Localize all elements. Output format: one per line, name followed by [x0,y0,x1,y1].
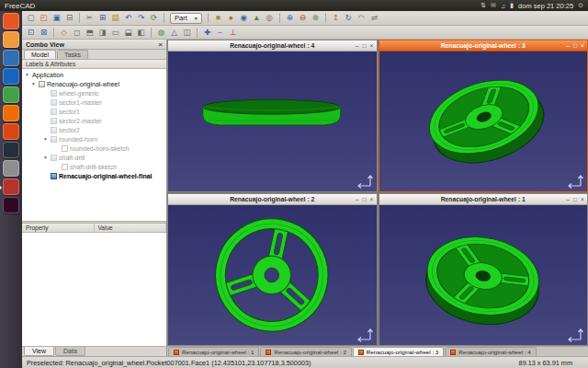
workbench-selector[interactable]: Part ▾ [170,13,202,24]
expander-icon[interactable]: ▾ [30,81,37,86]
launcher-item-firefox[interactable] [3,50,19,66]
launcher-item-ubuntu[interactable] [3,13,19,29]
tree-item-sector2[interactable]: sector2 [22,125,166,134]
tree-item-sector2-master[interactable]: sector2-master [22,116,166,125]
session-indicator-icon[interactable]: ⊙ [578,2,583,9]
tab-tasks[interactable]: Tasks [57,50,88,59]
tree-item-wheel-generic[interactable]: wheel-generic [22,88,166,98]
tree-item-shaft-drill[interactable]: ▾ shaft-drill [22,153,166,162]
boolean-cut-icon[interactable]: ⊖ [297,12,309,24]
zoom-out-icon[interactable]: − [214,27,226,39]
texture-icon[interactable]: ◫ [181,27,193,39]
redo-icon[interactable]: ↷ [135,12,147,24]
expander-icon[interactable]: ▾ [24,72,30,77]
close-icon[interactable]: × [368,194,376,204]
document-tab-3[interactable]: Renacuajo-original-wheel : 3 [353,347,444,356]
network-indicator-icon[interactable]: ⇅ [481,2,486,9]
expander-icon[interactable]: ▾ [42,136,49,142]
viewport-1-titlebar[interactable]: Renacuajo-original-wheel : 1 – □ × [379,194,588,205]
minimize-icon[interactable]: – [354,194,361,204]
fillet-icon[interactable]: ◠ [356,12,368,24]
value-column-header[interactable]: Value [95,224,167,232]
close-icon[interactable]: × [158,40,163,49]
part-cylinder-icon[interactable]: ● [225,12,237,24]
part-sphere-icon[interactable]: ◉ [238,12,250,24]
maximize-icon[interactable]: □ [361,40,368,51]
maximize-icon[interactable]: □ [571,194,579,204]
tree-item-rounded-horn[interactable]: ▾ rounded-horn [22,134,166,144]
front-view-icon[interactable]: ◻ [71,27,83,39]
boolean-intersection-icon[interactable]: ⊗ [310,12,322,24]
tree-item-shaft-drill-sketch[interactable]: shaft-drill-sketch [22,162,166,171]
viewport-2-titlebar[interactable]: Renacuajo-original-wheel : 2 – □ × [168,194,377,205]
revolve-icon[interactable]: ↻ [343,12,355,24]
property-editor-body[interactable] [22,233,166,346]
sound-indicator-icon[interactable]: ♫ [501,3,505,9]
document-tab-4[interactable]: Renacuajo-original-wheel : 4 [445,347,536,356]
open-document-icon[interactable]: ◰ [38,12,50,24]
expander-icon[interactable]: ▾ [42,155,49,160]
bottom-view-icon[interactable]: ⬓ [122,27,134,39]
maximize-icon[interactable]: □ [361,194,368,204]
tree-item-rounded-horn-sketch[interactable]: rounded-horn-sketch [22,144,166,153]
tree-item-sector1[interactable]: sector1 [22,107,166,116]
fit-selection-icon[interactable]: ⊠ [38,27,50,39]
tree-item-application[interactable]: ▾ Application [22,70,166,79]
launcher-item-libreoffice-writer[interactable] [3,68,19,85]
cut-icon[interactable]: ✂ [84,12,96,24]
draw-style-icon[interactable]: ◍ [155,27,167,39]
minimize-icon[interactable]: – [564,194,571,204]
tree-item-final[interactable]: Renacuajo-original-wheel-final [22,171,166,180]
close-icon[interactable]: × [579,40,586,51]
launcher-item-terminal[interactable] [3,197,19,213]
zoom-in-icon[interactable]: ✚ [201,27,213,39]
3d-view-4[interactable] [168,52,377,191]
minimize-icon[interactable]: – [564,40,571,51]
clock[interactable]: dom sep 21 20:25 [518,2,573,10]
boolean-union-icon[interactable]: ⊕ [284,12,296,24]
launcher-item-ubuntu-software[interactable] [3,123,19,140]
rear-view-icon[interactable]: ▭ [109,27,121,39]
tab-data[interactable]: Data [55,347,85,356]
launcher-item-system-settings[interactable] [3,160,19,177]
property-column-header[interactable]: Property [22,224,95,232]
tab-model[interactable]: Model [24,50,56,59]
paste-icon[interactable]: ▤ [109,12,121,24]
launcher-item-freecad[interactable] [3,178,19,195]
perspective-icon[interactable]: △ [168,27,180,39]
mail-indicator-icon[interactable]: ✉ [491,2,496,9]
viewport-4-titlebar[interactable]: Renacuajo-original-wheel : 4 – □ × [168,40,377,52]
new-document-icon[interactable]: ▢ [25,12,37,24]
3d-view-1[interactable] [379,205,588,345]
save-document-icon[interactable]: ▣ [51,12,62,24]
tree-item-document[interactable]: ▾ Renacuajo-original-wheel [22,79,166,88]
copy-icon[interactable]: ⊞ [96,12,108,24]
close-icon[interactable]: × [368,40,376,51]
mirror-icon[interactable]: ⇌ [368,12,380,24]
launcher-item-amazon[interactable] [3,142,19,158]
print-icon[interactable]: ⊟ [63,12,75,24]
tab-view[interactable]: View [24,347,54,356]
3d-view-3[interactable] [379,52,588,191]
close-icon[interactable]: × [579,194,586,204]
axonometric-view-icon[interactable]: ◇ [58,27,70,39]
undo-icon[interactable]: ↶ [122,12,134,24]
3d-view-2[interactable] [168,205,377,345]
tree-item-sector1-master[interactable]: sector1-master [22,98,166,107]
document-tab-1[interactable]: Renacuajo-original-wheel : 1 [168,347,259,356]
fit-all-icon[interactable]: ⊡ [25,27,37,39]
top-view-icon[interactable]: ⬒ [84,27,96,39]
document-tab-2[interactable]: Renacuajo-original-wheel : 2 [260,347,351,356]
refresh-icon[interactable]: ⟳ [148,12,160,24]
launcher-item-files[interactable] [3,31,19,48]
left-view-icon[interactable]: ◧ [135,27,147,39]
launcher-item-libreoffice-calc[interactable] [3,86,19,103]
minimize-icon[interactable]: – [354,40,361,51]
battery-indicator-icon[interactable]: ▮ [510,2,514,9]
part-torus-icon[interactable]: ◎ [264,12,276,24]
extrude-icon[interactable]: ↥ [330,12,342,24]
measure-icon[interactable]: ⊥ [227,27,239,39]
part-cone-icon[interactable]: ▲ [251,12,263,24]
combo-view-titlebar[interactable]: Combo View × [22,40,166,50]
part-box-icon[interactable]: ■ [212,12,224,24]
